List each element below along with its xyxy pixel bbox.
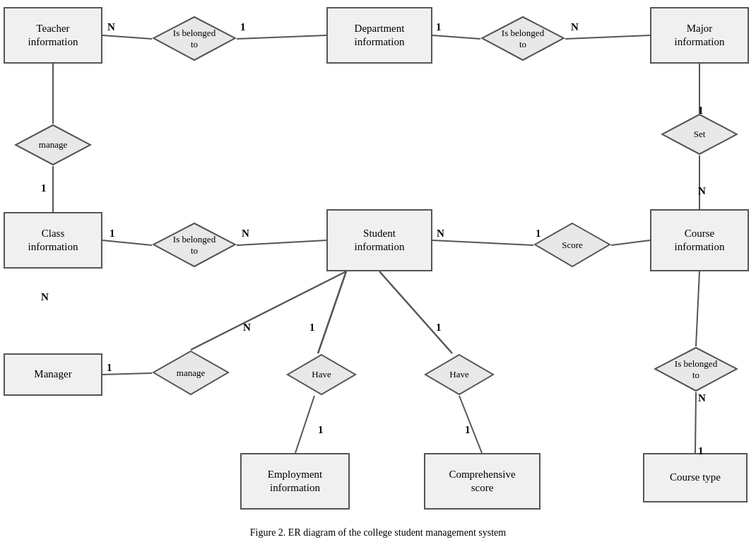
- entity-class: Classinformation: [4, 212, 102, 269]
- svg-line-11: [611, 240, 650, 245]
- label-n4: N: [698, 185, 706, 197]
- svg-line-14: [318, 271, 346, 353]
- diamond-belonged2: Is belongedto: [480, 16, 565, 61]
- label-1a: 1: [240, 21, 246, 33]
- entity-course: Courseinformation: [650, 209, 749, 271]
- diamond-have2: Have: [424, 353, 495, 396]
- label-n8: N: [698, 392, 706, 404]
- label-1d: 1: [698, 105, 704, 117]
- entity-department: Departmentinformation: [326, 7, 432, 64]
- svg-line-0: [102, 35, 152, 39]
- label-1g: 1: [107, 362, 112, 374]
- figure-caption: Figure 2. ER diagram of the college stud…: [0, 527, 756, 539]
- diamond-manage1: manage: [14, 124, 92, 166]
- label-1e: 1: [110, 228, 115, 240]
- diamond-manage2: manage: [152, 350, 230, 396]
- entity-employment: Employmentinformation: [240, 453, 350, 510]
- entity-coursetype: Course type: [643, 453, 748, 502]
- svg-line-1: [237, 35, 326, 39]
- svg-line-9: [237, 240, 326, 245]
- entity-teacher: Teacherinformation: [4, 7, 102, 64]
- entity-comprehensive: Comprehensivescore: [424, 453, 541, 510]
- entity-manager: Manager: [4, 353, 102, 396]
- diamond-belonged1: Is belongedto: [152, 16, 237, 61]
- label-n7: N: [243, 322, 251, 334]
- svg-line-17: [459, 396, 482, 453]
- svg-line-3: [565, 35, 650, 39]
- svg-line-8: [102, 240, 152, 245]
- label-1l: 1: [698, 445, 704, 457]
- label-n5: N: [242, 228, 249, 240]
- diamond-belonged4: Is belongedto: [654, 346, 738, 392]
- label-n6: N: [437, 228, 444, 240]
- svg-line-13: [191, 271, 346, 350]
- diamond-belonged3: Is belongedto: [152, 222, 237, 268]
- label-1c: 1: [41, 182, 47, 194]
- diamond-score: Score: [533, 222, 611, 268]
- label-n1: N: [107, 21, 115, 33]
- label-1i: 1: [436, 322, 442, 334]
- label-n2: N: [571, 21, 579, 33]
- label-1b: 1: [436, 21, 442, 33]
- svg-line-15: [295, 396, 314, 453]
- label-n3: N: [41, 291, 49, 303]
- er-diagram: Teacherinformation Departmentinformation…: [0, 0, 756, 547]
- label-1h: 1: [309, 322, 315, 334]
- label-1k: 1: [465, 424, 471, 436]
- diamond-have1: Have: [286, 353, 357, 396]
- diamond-set: Set: [661, 113, 738, 155]
- svg-line-18: [696, 271, 699, 346]
- svg-line-10: [432, 240, 533, 245]
- svg-line-16: [379, 271, 452, 353]
- svg-line-2: [432, 35, 480, 39]
- label-1f: 1: [536, 228, 541, 240]
- label-1j: 1: [318, 424, 324, 436]
- entity-student: Studentinformation: [326, 209, 432, 271]
- svg-line-19: [695, 392, 696, 453]
- entity-major: Majorinformation: [650, 7, 749, 64]
